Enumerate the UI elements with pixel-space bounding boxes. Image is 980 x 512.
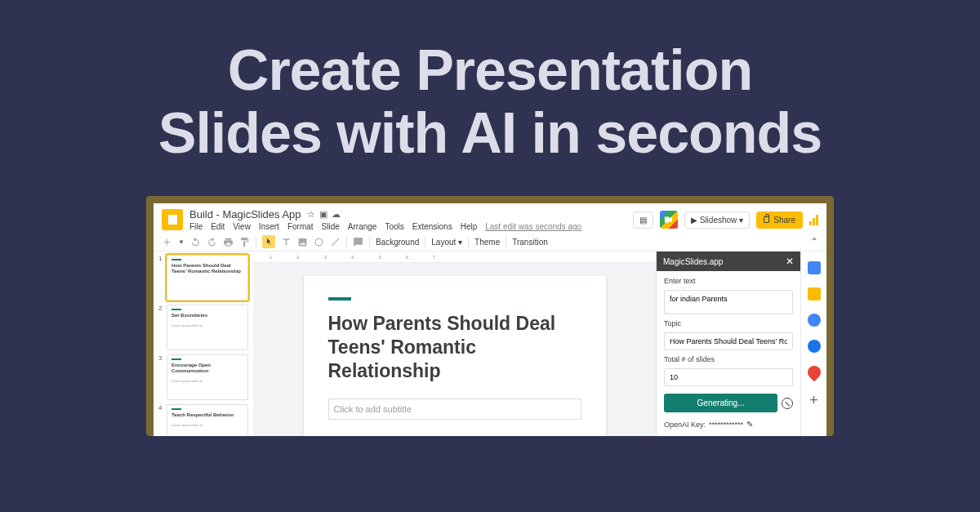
menu-view[interactable]: View <box>233 222 251 231</box>
svg-point-0 <box>315 238 323 246</box>
lock-icon <box>764 216 769 223</box>
topic-label: Topic <box>664 319 793 327</box>
share-button[interactable]: Share <box>756 211 803 229</box>
total-slides-input[interactable] <box>664 368 793 386</box>
redo-icon[interactable] <box>207 237 217 247</box>
transition-button[interactable]: Transition <box>512 238 548 247</box>
sidebar-title: MagicSlides.app <box>663 257 723 266</box>
thumbnail-panel: 1 How Parents Should Deal Teens' Romanti… <box>154 252 253 436</box>
screenshot-frame: Build - MagicSlides App ☆ ▣ ☁ File Edit … <box>146 196 834 436</box>
background-button[interactable]: Background <box>376 238 419 247</box>
textbox-icon[interactable] <box>281 237 292 247</box>
generate-button[interactable]: Generating... <box>664 394 777 412</box>
toolbar: ▼ Background Layout ▾ Theme Transition ⌃ <box>154 233 826 252</box>
analytics-icon[interactable] <box>809 215 818 225</box>
menu-edit[interactable]: Edit <box>211 222 225 231</box>
menu-format[interactable]: Format <box>287 222 314 231</box>
cloud-icon[interactable]: ☁ <box>332 209 341 220</box>
menu-slide[interactable]: Slide <box>322 222 340 231</box>
layout-button[interactable]: Layout ▾ <box>431 238 462 247</box>
close-icon[interactable]: ✕ <box>786 256 794 267</box>
topic-input[interactable] <box>664 332 793 350</box>
total-slides-label: Total # of slides <box>664 355 793 363</box>
maps-icon[interactable] <box>804 363 823 382</box>
magicslides-sidebar: MagicSlides.app ✕ Enter text <!-- popula… <box>656 252 800 436</box>
google-slides-app: Build - MagicSlides App ☆ ▣ ☁ File Edit … <box>154 203 826 436</box>
plus-icon[interactable] <box>162 237 172 247</box>
theme-button[interactable]: Theme <box>474 238 500 247</box>
comment-icon[interactable] <box>353 237 363 247</box>
cursor-tool[interactable] <box>262 235 275 248</box>
move-icon[interactable]: ▣ <box>319 209 327 220</box>
slide-accent-bar <box>328 297 351 301</box>
menu-file[interactable]: File <box>189 222 203 231</box>
thumbnail-item[interactable]: 4 Teach Respectful BehaviorLorem ipsum d… <box>158 404 248 436</box>
slide-title[interactable]: How Parents Should Deal Teens' Romantic … <box>328 312 581 382</box>
slideshow-button[interactable]: ▶ Slideshow ▾ <box>684 211 751 229</box>
keep-icon[interactable] <box>808 287 821 301</box>
collapse-up-icon[interactable]: ⌃ <box>810 236 818 247</box>
slide-canvas[interactable]: How Parents Should Deal Teens' Romantic … <box>304 276 606 436</box>
dropdown-icon[interactable]: ▼ <box>178 238 185 246</box>
openai-key-value: ************ <box>709 421 743 429</box>
document-title[interactable]: Build - MagicSlides App <box>189 208 301 220</box>
paint-icon[interactable] <box>239 237 250 247</box>
menu-tools[interactable]: Tools <box>385 222 403 231</box>
menu-extensions[interactable]: Extensions <box>412 222 452 231</box>
undo-icon[interactable] <box>190 237 201 247</box>
hero-headline: Create Presentation Slides with AI in se… <box>0 0 980 196</box>
horizontal-ruler: 1234567 <box>253 252 656 263</box>
line-icon[interactable] <box>330 237 341 247</box>
titlebar: Build - MagicSlides App ☆ ▣ ☁ File Edit … <box>154 203 826 233</box>
enter-text-label: Enter text <box>664 277 793 285</box>
add-addon-icon[interactable]: + <box>809 392 818 409</box>
thumbnail-item[interactable]: 2 Set BoundariesLorem ipsum dolor sit <box>158 305 248 350</box>
meet-button[interactable] <box>660 211 678 229</box>
slides-logo-icon[interactable] <box>162 209 183 230</box>
calendar-icon[interactable] <box>808 261 821 274</box>
openai-key-label: OpenAI Key: <box>664 421 706 429</box>
comment-history-button[interactable]: ▤ <box>633 211 653 229</box>
menu-help[interactable]: Help <box>461 222 478 231</box>
history-icon[interactable] <box>782 398 793 409</box>
menubar: File Edit View Insert Format Slide Arran… <box>189 222 626 231</box>
contacts-icon[interactable] <box>808 340 821 353</box>
slide-canvas-area: 1234567 How Parents Should Deal Teens' R… <box>253 252 656 436</box>
tasks-icon[interactable] <box>808 314 821 327</box>
side-panel-rail: + <box>800 252 826 436</box>
slide-subtitle-placeholder[interactable]: Click to add subtitle <box>328 398 581 420</box>
menu-insert[interactable]: Insert <box>259 222 279 231</box>
shape-icon[interactable] <box>314 237 324 247</box>
last-edit-link[interactable]: Last edit was seconds ago <box>485 222 581 231</box>
enter-text-input[interactable]: <!-- populated below --> <box>664 290 793 314</box>
menu-arrange[interactable]: Arrange <box>348 222 377 231</box>
thumbnail-item[interactable]: 3 Encourage Open CommunicationLorem ipsu… <box>158 354 248 400</box>
thumbnail-item[interactable]: 1 How Parents Should Deal Teens' Romanti… <box>158 255 248 301</box>
edit-icon[interactable]: ✎ <box>746 420 753 429</box>
image-icon[interactable] <box>297 237 308 247</box>
print-icon[interactable] <box>223 237 234 247</box>
star-icon[interactable]: ☆ <box>307 209 315 220</box>
